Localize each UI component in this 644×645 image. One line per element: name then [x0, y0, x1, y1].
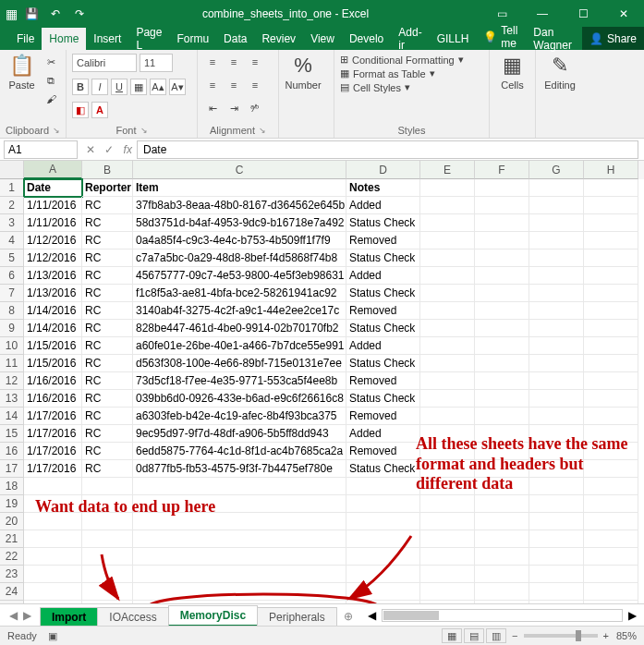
- cell-G15[interactable]: [529, 425, 584, 443]
- cell-B10[interactable]: RC: [82, 337, 133, 355]
- cell-A11[interactable]: 1/15/2016: [24, 355, 82, 372]
- cell-C6[interactable]: 45675777-09c7-4e53-9800-4e5f3eb98631: [133, 267, 346, 285]
- ribbon-tab-insert[interactable]: Insert: [86, 28, 128, 50]
- cell-C5[interactable]: c7a7a5bc-0a29-48d8-8bef-f4d5868f74b8: [133, 249, 346, 267]
- cell-D11[interactable]: Status Check: [346, 355, 420, 372]
- insert-function-icon[interactable]: fx: [124, 143, 132, 156]
- cell-G14[interactable]: [529, 408, 584, 425]
- cell-G16[interactable]: [529, 443, 584, 460]
- row-header-16[interactable]: 16: [0, 443, 24, 460]
- ribbon-tab-develo[interactable]: Develo: [342, 28, 391, 50]
- cell-H20[interactable]: [584, 513, 638, 530]
- ribbon-tab-home[interactable]: Home: [42, 28, 86, 50]
- cell-C13[interactable]: 039bb6d0-0926-433e-b6ad-e9c6f26616c8: [133, 390, 346, 408]
- cell-H23[interactable]: [584, 566, 638, 583]
- macro-record-icon[interactable]: ▣: [48, 630, 57, 642]
- cell-G7[interactable]: [529, 285, 584, 302]
- column-header-D[interactable]: D: [346, 161, 420, 179]
- column-header-H[interactable]: H: [584, 161, 638, 179]
- underline-button[interactable]: U: [111, 79, 128, 95]
- dialog-launcher-icon[interactable]: ↘: [53, 126, 60, 135]
- row-header-15[interactable]: 15: [0, 425, 24, 443]
- cell-A15[interactable]: 1/17/2016: [24, 425, 82, 443]
- column-header-F[interactable]: F: [475, 161, 529, 179]
- row-header-8[interactable]: 8: [0, 302, 24, 320]
- cell-B19[interactable]: [82, 495, 133, 513]
- align-top-icon[interactable]: ≡: [203, 54, 222, 70]
- cell-C7[interactable]: f1c8f5a3-ae81-4bfa-bce2-58261941ac92: [133, 285, 346, 302]
- cells-button[interactable]: ▦Cells: [495, 54, 529, 91]
- indent-decrease-icon[interactable]: ⇤: [203, 100, 222, 116]
- row-header-2[interactable]: 2: [0, 197, 24, 214]
- cell-D7[interactable]: Status Check: [346, 285, 420, 302]
- cell-E19[interactable]: [420, 495, 475, 513]
- cell-B16[interactable]: RC: [82, 443, 133, 460]
- cell-A1[interactable]: Date: [24, 179, 82, 197]
- paste-button[interactable]: 📋 Paste: [6, 54, 38, 91]
- cell-B24[interactable]: [82, 583, 133, 601]
- cell-D18[interactable]: [346, 478, 420, 495]
- cell-E14[interactable]: [420, 408, 475, 425]
- cell-F17[interactable]: [475, 460, 529, 478]
- account-user[interactable]: Dan Wagner: [526, 28, 582, 50]
- cell-H18[interactable]: [584, 478, 638, 495]
- row-header-18[interactable]: 18: [0, 478, 24, 495]
- cell-G10[interactable]: [529, 337, 584, 355]
- cell-D22[interactable]: [346, 548, 420, 566]
- qat-undo-icon[interactable]: ↶: [45, 4, 66, 24]
- cell-H1[interactable]: [584, 179, 638, 197]
- cell-H3[interactable]: [584, 214, 638, 232]
- cell-H14[interactable]: [584, 408, 638, 425]
- cell-A5[interactable]: 1/12/2016: [24, 249, 82, 267]
- cell-G23[interactable]: [529, 566, 584, 583]
- cell-C15[interactable]: 9ec95d97-9f7d-48df-a906-5b5ff8dd943: [133, 425, 346, 443]
- cell-C22[interactable]: [133, 548, 346, 566]
- cell-F7[interactable]: [475, 285, 529, 302]
- cell-C16[interactable]: 6edd5875-7764-4c1d-8f1d-ac4b7685ca2a: [133, 443, 346, 460]
- cell-A9[interactable]: 1/14/2016: [24, 320, 82, 337]
- align-right-icon[interactable]: ≡: [246, 77, 264, 93]
- cell-G19[interactable]: [529, 495, 584, 513]
- cell-styles-button[interactable]: ▤ Cell Styles ▾: [340, 81, 464, 93]
- cell-D6[interactable]: Added: [346, 267, 420, 285]
- cell-G11[interactable]: [529, 355, 584, 372]
- cell-B20[interactable]: [82, 513, 133, 530]
- cell-D14[interactable]: Removed: [346, 408, 420, 425]
- cell-A10[interactable]: 1/15/2016: [24, 337, 82, 355]
- scroll-left-icon[interactable]: ◀: [368, 609, 376, 622]
- cell-B15[interactable]: RC: [82, 425, 133, 443]
- ribbon-tab-pagel[interactable]: Page L: [128, 28, 169, 50]
- cell-C3[interactable]: 58d3751d-b4af-4953-9dc9-b16718e7a492: [133, 214, 346, 232]
- cell-G22[interactable]: [529, 548, 584, 566]
- cell-C14[interactable]: a6303feb-b42e-4c19-afec-8b4f93bca375: [133, 408, 346, 425]
- cell-H6[interactable]: [584, 267, 638, 285]
- cell-E11[interactable]: [420, 355, 475, 372]
- minimize-button[interactable]: —: [522, 0, 563, 27]
- cell-D17[interactable]: Status Check: [346, 460, 420, 478]
- cell-A19[interactable]: [24, 495, 82, 513]
- sheet-tab-peripherals[interactable]: Peripherals: [257, 607, 337, 627]
- view-page-layout-icon[interactable]: ▤: [464, 628, 484, 643]
- borders-button[interactable]: ▦: [130, 79, 147, 95]
- row-header-1[interactable]: 1: [0, 179, 24, 197]
- cell-E3[interactable]: [420, 214, 475, 232]
- cell-F14[interactable]: [475, 408, 529, 425]
- font-name-combo[interactable]: Calibri: [72, 54, 137, 72]
- cell-E1[interactable]: [420, 179, 475, 197]
- cell-A4[interactable]: 1/12/2016: [24, 232, 82, 249]
- fill-color-button[interactable]: ◧: [72, 102, 89, 118]
- cell-A18[interactable]: [24, 478, 82, 495]
- copy-icon[interactable]: ⧉: [42, 72, 60, 89]
- cell-H9[interactable]: [584, 320, 638, 337]
- cell-E10[interactable]: [420, 337, 475, 355]
- cell-E6[interactable]: [420, 267, 475, 285]
- cell-B7[interactable]: RC: [82, 285, 133, 302]
- cell-D24[interactable]: [346, 583, 420, 601]
- cell-A24[interactable]: [24, 583, 82, 601]
- align-bottom-icon[interactable]: ≡: [246, 54, 264, 70]
- number-format-button[interactable]: % Number: [285, 54, 322, 91]
- cell-F9[interactable]: [475, 320, 529, 337]
- cell-D10[interactable]: Added: [346, 337, 420, 355]
- cell-F15[interactable]: [475, 425, 529, 443]
- cell-D2[interactable]: Added: [346, 197, 420, 214]
